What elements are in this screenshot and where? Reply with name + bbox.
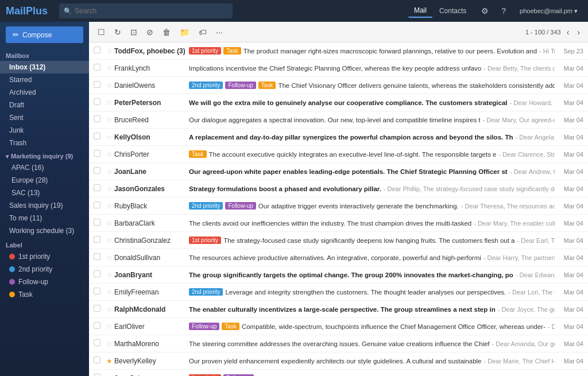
sidebar-item-junk[interactable]: Junk (0, 124, 89, 137)
table-row[interactable]: ☆ ChristinaGonzalez 1st priority The str… (89, 232, 588, 249)
email-checkbox[interactable] (94, 46, 104, 55)
email-checkbox[interactable] (94, 98, 104, 107)
star-icon[interactable]: ☆ (104, 202, 114, 210)
label-followup[interactable]: Follow-up (0, 276, 89, 288)
sidebar-item-draft[interactable]: Draft (0, 99, 89, 111)
star-icon[interactable]: ☆ (104, 323, 114, 331)
table-row[interactable]: ☆ RubyBlack 2nd priorityFollow-up Our ad… (89, 197, 588, 215)
table-row[interactable]: ☆ DonaldSullivan The resources achieve p… (89, 249, 588, 266)
star-icon[interactable]: ☆ (104, 288, 114, 296)
email-checkbox[interactable] (94, 115, 104, 124)
star-icon[interactable]: ☆ (104, 254, 114, 262)
star-icon[interactable]: ☆ (104, 219, 114, 227)
label-2nd-priority[interactable]: 2nd priority (0, 263, 89, 276)
tag-button[interactable]: 🏷 (196, 26, 210, 38)
star-icon[interactable]: ☆ (104, 168, 114, 176)
folder-button[interactable]: 📁 (177, 26, 192, 38)
star-icon[interactable]: ☆ (104, 340, 114, 348)
email-checkbox[interactable] (94, 133, 104, 141)
table-row[interactable]: ☆ JoanLane Our agreed-upon white paper e… (89, 163, 588, 180)
sidebar-item-starred[interactable]: Starred (0, 73, 89, 86)
delete-button[interactable]: 🗑 (160, 26, 173, 38)
email-checkbox[interactable] (94, 64, 104, 72)
user-menu[interactable]: phoebec@mail.pm ▾ (515, 5, 582, 17)
sidebar-item-sac[interactable]: SAC (13) (0, 187, 89, 199)
star-icon[interactable]: ☆ (104, 374, 114, 377)
marketing-inquiry-group[interactable]: ▾ Marketing inquiry (9) (0, 149, 89, 161)
search-box[interactable]: 🔍 (59, 3, 233, 18)
table-row[interactable]: ☆ JoanColeman 1st priorityFollow-up A pa… (89, 370, 588, 376)
table-row[interactable]: ☆ PeterPeterson We will go the extra mil… (89, 94, 588, 111)
table-row[interactable]: ☆ KellyOlson A replacement and day-to-da… (89, 129, 588, 146)
compose-button[interactable]: ✏ Compose (6, 26, 83, 43)
sidebar-item-sent[interactable]: Sent (0, 111, 89, 124)
email-preview: - Hi Tod (539, 48, 555, 55)
table-row[interactable]: ☆ DanielOwens 2nd priorityFollow-upTask … (89, 77, 588, 94)
star-icon[interactable]: ☆ (104, 305, 114, 313)
star-icon[interactable]: ☆ (104, 116, 114, 124)
label-task[interactable]: Task (0, 288, 89, 301)
sidebar-item-europe[interactable]: Europe (28) (0, 174, 89, 187)
star-icon[interactable]: ☆ (104, 99, 114, 107)
table-row[interactable]: ☆ MarthaMoreno The steering committee ad… (89, 335, 588, 352)
sidebar-item-trash[interactable]: Trash (0, 137, 89, 149)
email-sender: JasonGonzales (114, 185, 189, 193)
email-sender: BruceReed (114, 116, 189, 124)
spam-button[interactable]: ⊘ (144, 26, 156, 38)
sidebar-item-archived[interactable]: Archived (0, 86, 89, 99)
table-row[interactable]: ☆ EarlOliver Follow-upTask Compatible, w… (89, 318, 588, 335)
settings-icon[interactable]: ⚙ (478, 4, 492, 18)
star-icon[interactable]: ☆ (104, 47, 114, 55)
table-row[interactable]: ☆ ChrisPorter Task The account executive… (89, 146, 588, 163)
table-row[interactable]: ☆ EmilyFreeman 2nd priority Leverage and… (89, 284, 588, 301)
email-checkbox[interactable] (94, 219, 104, 227)
email-checkbox[interactable] (94, 374, 104, 376)
next-page-button[interactable]: › (575, 26, 582, 38)
email-checkbox[interactable] (94, 356, 104, 365)
email-checkbox[interactable] (94, 288, 104, 296)
table-row[interactable]: ☆ RalphMcdonald The enabler culturally i… (89, 301, 588, 318)
email-checkbox[interactable] (94, 305, 104, 313)
email-checkbox[interactable] (94, 236, 104, 245)
select-all-checkbox[interactable]: ☐ (95, 26, 108, 38)
table-row[interactable]: ☆ BarbaraClark The clients avoid our ine… (89, 215, 588, 232)
sidebar-item-inbox[interactable]: Inbox (312) (0, 61, 89, 73)
email-date: Mar 04 (555, 185, 583, 192)
star-icon[interactable]: ☆ (104, 185, 114, 193)
sidebar-item-apac[interactable]: APAC (16) (0, 161, 89, 174)
nav-contacts[interactable]: Contacts (434, 4, 472, 18)
table-row[interactable]: ☆ FrankLynch Implications incentivise th… (89, 60, 588, 77)
sidebar-item-sales[interactable]: Sales inquiry (19) (0, 199, 89, 212)
help-icon[interactable]: ? (498, 4, 509, 18)
email-checkbox[interactable] (94, 167, 104, 176)
star-icon[interactable]: ☆ (104, 133, 114, 141)
table-row[interactable]: ★ BeverlyKelley Our proven yield enhance… (89, 352, 588, 370)
nav-mail[interactable]: Mail (408, 4, 432, 18)
star-icon[interactable]: ☆ (104, 64, 114, 72)
email-checkbox[interactable] (94, 81, 104, 90)
email-checkbox[interactable] (94, 253, 104, 262)
table-row[interactable]: ☆ JoanBryant The group significantly tar… (89, 266, 588, 284)
archive-button[interactable]: ⊡ (127, 26, 140, 38)
table-row[interactable]: ☆ ToddFox, phoebec (3) 1st priorityTask … (89, 42, 588, 60)
email-checkbox[interactable] (94, 184, 104, 193)
star-icon[interactable]: ☆ (104, 271, 114, 279)
email-checkbox[interactable] (94, 150, 104, 158)
email-checkbox[interactable] (94, 339, 104, 348)
table-row[interactable]: ☆ JasonGonzales Strategy formulations bo… (89, 180, 588, 197)
email-checkbox[interactable] (94, 270, 104, 279)
star-icon[interactable]: ★ (104, 357, 114, 365)
refresh-button[interactable]: ↻ (111, 26, 124, 38)
email-checkbox[interactable] (94, 322, 104, 331)
sidebar-item-tome[interactable]: To me (11) (0, 212, 89, 224)
table-row[interactable]: ☆ BruceReed Our dialogue aggregates a sp… (89, 111, 588, 129)
sidebar-item-working[interactable]: Working schedule (3) (0, 224, 89, 237)
star-icon[interactable]: ☆ (104, 150, 114, 158)
more-button[interactable]: ··· (213, 26, 226, 38)
label-1st-priority[interactable]: 1st priority (0, 250, 89, 263)
email-checkbox[interactable] (94, 201, 104, 210)
search-input[interactable] (75, 7, 228, 15)
prev-page-button[interactable]: ‹ (564, 26, 572, 38)
star-icon[interactable]: ☆ (104, 237, 114, 245)
star-icon[interactable]: ☆ (104, 82, 114, 90)
